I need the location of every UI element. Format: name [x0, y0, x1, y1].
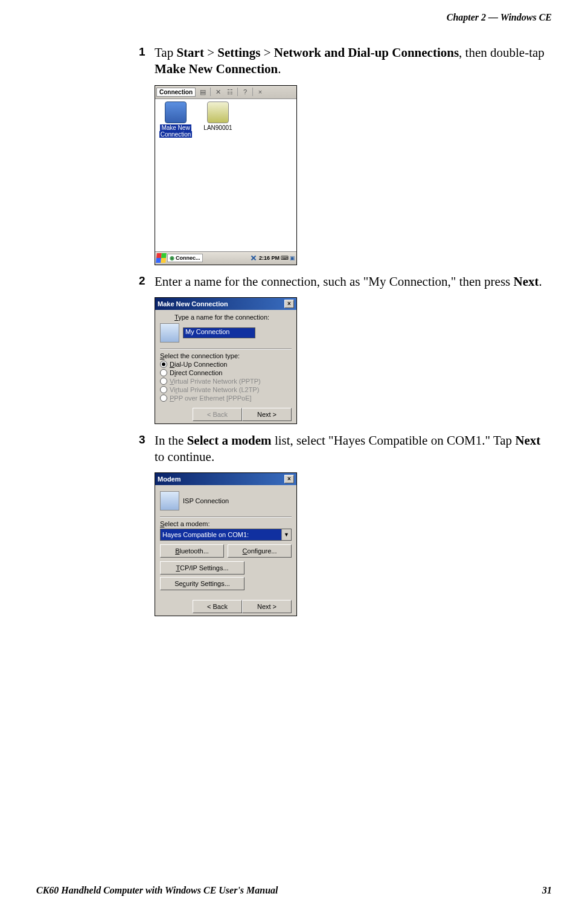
step-3-end: to continue.: [155, 449, 214, 464]
modem-back-button[interactable]: < Back: [193, 600, 242, 613]
connection-name-row: My Connection: [160, 323, 292, 343]
step-3-selectmodem: Select a modem: [187, 433, 272, 448]
modem-divider: [160, 517, 292, 518]
taskbar: ◉ Connec... 2:16 PM ⌨ ▣: [155, 251, 296, 265]
properties-icon[interactable]: ☷: [225, 87, 235, 97]
start-button[interactable]: [156, 253, 167, 263]
radio-direct-circle: [160, 369, 167, 376]
modem-body: ISP Connection Select a modem: Hayes Com…: [155, 485, 296, 616]
step-1-settings: Settings: [217, 45, 260, 60]
tcpip-button[interactable]: TCP/IP Settings...: [160, 561, 244, 575]
make-new-label-2: Connection: [159, 131, 193, 138]
step-2: 2 Enter a name for the connection, such …: [139, 274, 549, 290]
step-1: 1 Tap Start > Settings > Network and Dia…: [139, 45, 549, 78]
radio-pppoe-circle: [160, 394, 167, 402]
step-1-start: Start: [176, 45, 204, 60]
select-type-label: Select the connection type:: [160, 352, 292, 359]
close-button[interactable]: ×: [284, 300, 294, 308]
radio-dialup[interactable]: Dial-Up Connection: [160, 361, 292, 368]
make-new-connection-glyph: [165, 101, 187, 123]
select-modem-rest: elect a modem:: [164, 520, 209, 527]
security-button[interactable]: Security Settings...: [160, 577, 244, 590]
type-name-rest: ype a name for the connection:: [178, 314, 269, 321]
connection-title: Connection: [156, 88, 196, 97]
modem-close-button[interactable]: ×: [284, 475, 294, 483]
dropdown-arrow-icon: ▼: [281, 529, 291, 540]
security-rest: urity Settings...: [186, 580, 230, 587]
makenew-button-row: < Back Next >: [160, 408, 292, 421]
makenew-titlebar: Make New Connection ×: [155, 298, 296, 310]
radio-vpn-pptp: Virtual Private Network (PPTP): [160, 378, 292, 385]
modem-header-row: ISP Connection: [160, 491, 292, 510]
radio-pppoe-rest: PP over Ethernet [PPPoE]: [174, 394, 251, 402]
delete-icon[interactable]: ✕: [213, 87, 223, 97]
isp-connection-label: ISP Connection: [183, 497, 229, 504]
type-name-label: Type a name for the connection:: [174, 314, 292, 321]
footer-page-number: 31: [542, 885, 552, 896]
modem-button-row: < Back Next >: [160, 600, 292, 613]
next-button[interactable]: Next >: [242, 408, 292, 421]
help-icon[interactable]: ?: [240, 87, 250, 97]
radio-pppoe: PPP over Ethernet [PPPoE]: [160, 394, 292, 402]
step-3: 3 In the Select a modem list, select "Ha…: [139, 433, 549, 466]
makenew-body: Type a name for the connection: My Conne…: [155, 310, 296, 423]
radio-vpn-pptp-rest: irtual Private Network (PPTP): [174, 378, 261, 385]
radio-vpn-pptp-circle: [160, 378, 167, 385]
security-pre: Se: [174, 580, 182, 587]
configure-rest: onfigure...: [248, 547, 277, 555]
lan-label: LAN90001: [199, 124, 237, 131]
radio-vpn-pptp-label: Virtual Private Network (PPTP): [170, 378, 261, 385]
step-3-mid: list, select "Hayes Compatible on COM1."…: [272, 433, 516, 448]
page-footer: CK60 Handheld Computer with Windows CE U…: [36, 885, 552, 896]
footer-manual-title: CK60 Handheld Computer with Windows CE U…: [36, 885, 278, 896]
clock: 2:16 PM: [259, 255, 280, 261]
screenshot-make-new-connection: Make New Connection × Type a name for th…: [155, 297, 297, 424]
modem-btn-row-1: Bluetooth... Configure...: [160, 544, 292, 558]
step-1-sep1: >: [204, 45, 217, 60]
view-icon[interactable]: ▤: [198, 87, 208, 97]
step-2-next: Next: [513, 274, 538, 289]
keyboard-tray-icon[interactable]: ⌨: [281, 255, 289, 261]
taskbar-connection-label: Connec...: [176, 255, 200, 261]
taskbar-connection-button[interactable]: ◉ Connec...: [167, 254, 203, 262]
make-new-connection-icon[interactable]: Make New Connection: [156, 101, 195, 138]
radio-vpn-l2tp-rest: tual Private Network (L2TP): [177, 386, 259, 393]
radio-dialup-rest: ial-Up Connection: [174, 361, 227, 368]
select-type-rest: elect the connection type:: [164, 352, 240, 359]
modem-dropdown-value: Hayes Compatible on COM1:: [161, 529, 281, 540]
lan90001-icon[interactable]: LAN90001: [199, 101, 237, 131]
connection-name-input[interactable]: My Connection: [183, 327, 255, 338]
bluetooth-button[interactable]: Bluetooth...: [160, 544, 224, 558]
tcpip-rest: CP/IP Settings...: [180, 564, 229, 572]
divider: [160, 349, 292, 350]
configure-accel: C: [243, 547, 248, 555]
makenew-title: Make New Connection: [158, 300, 228, 307]
step-1-text: Tap Start > Settings > Network and Dial-…: [155, 45, 549, 78]
step-3-pre: In the: [155, 433, 187, 448]
desktop-tray-icon[interactable]: ▣: [290, 255, 295, 261]
network-tray-icon[interactable]: [249, 254, 258, 262]
close-icon[interactable]: ×: [255, 87, 265, 97]
bluetooth-accel: B: [175, 547, 179, 555]
screenshot-connection-window: Connection ▤ ✕ ☷ ? × Make New Connection…: [155, 85, 297, 265]
modem-next-button[interactable]: Next >: [242, 600, 292, 613]
radio-vpn-l2tp-label: Virtual Private Network (L2TP): [170, 386, 259, 393]
bluetooth-rest: luetooth...: [180, 547, 209, 555]
step-3-next: Next: [515, 433, 540, 448]
step-3-text: In the Select a modem list, select "Haye…: [155, 433, 549, 466]
modem-titlebar: Modem ×: [155, 473, 296, 485]
modem-icon: [160, 491, 179, 510]
radio-direct-label: Direct Connection: [170, 369, 222, 376]
radio-direct[interactable]: Direct Connection: [160, 369, 292, 376]
toolbar-separator: [210, 88, 211, 96]
step-1-network: Network and Dial-up Connections: [274, 45, 459, 60]
radio-vpn-l2tp-pre: Vi: [170, 386, 176, 393]
screenshot-modem-dialog: Modem × ISP Connection Select a modem: H…: [155, 472, 297, 616]
step-1-makenew: Make New Connection: [155, 62, 278, 76]
modem-dropdown[interactable]: Hayes Compatible on COM1: ▼: [160, 529, 292, 541]
configure-button[interactable]: Configure...: [228, 544, 292, 558]
radio-direct-pre: D: [170, 369, 174, 376]
page-header-chapter: Chapter 2 — Windows CE: [447, 12, 552, 23]
step-1-sep2: >: [260, 45, 273, 60]
radio-vpn-l2tp: Virtual Private Network (L2TP): [160, 386, 292, 393]
